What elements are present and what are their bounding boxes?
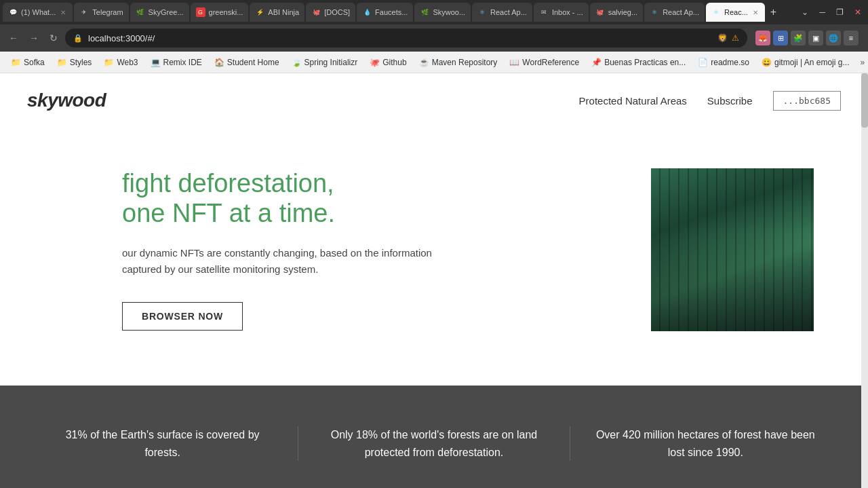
bookmark-label: Spring Initializr bbox=[304, 58, 358, 67]
new-tab-button[interactable]: + bbox=[766, 6, 781, 18]
bookmark-icon: 💻 bbox=[151, 58, 161, 67]
bookmark-student-home[interactable]: 🏠 Student Home bbox=[209, 56, 285, 69]
tab-favicon-11: 🐙 bbox=[595, 7, 605, 17]
tab-favicon-8: 🌿 bbox=[420, 7, 429, 17]
nav-subscribe[interactable]: Subscribe bbox=[707, 95, 753, 107]
tab-favicon-6: 🐙 bbox=[311, 7, 321, 17]
tab-1[interactable]: 💬 (1) What... ✕ bbox=[3, 3, 73, 22]
tab-label-10: Inbox - ... bbox=[552, 8, 583, 16]
bookmark-web3[interactable]: 📁 Web3 bbox=[98, 56, 143, 69]
tab-10[interactable]: ✉ Inbox - ... bbox=[534, 3, 589, 22]
tab-2[interactable]: ✈ Telegram bbox=[74, 3, 128, 22]
tab-12[interactable]: ⚛ React Ap... bbox=[644, 3, 705, 22]
close-window-button[interactable]: ✕ bbox=[850, 6, 865, 18]
tab-favicon-3: 🌿 bbox=[136, 7, 145, 17]
tab-bar: 💬 (1) What... ✕ ✈ Telegram 🌿 SkyGree... … bbox=[0, 0, 868, 24]
tab-label-8: Skywoo... bbox=[433, 8, 465, 16]
tab-close-13[interactable]: ✕ bbox=[751, 8, 760, 17]
tab-favicon-13: ⚛ bbox=[711, 7, 721, 17]
tab-8[interactable]: 🌿 Skywoo... bbox=[414, 3, 471, 22]
tab-13-active[interactable]: ⚛ Reac... ✕ bbox=[706, 3, 765, 22]
browser-menu-button[interactable]: ≡ bbox=[844, 31, 859, 45]
tab-close-1[interactable]: ✕ bbox=[59, 8, 67, 17]
bookmark-gitmoji[interactable]: 😀 gitmoji | An emoji g... bbox=[756, 56, 855, 69]
tab-favicon-5: ⚡ bbox=[255, 7, 264, 17]
tab-favicon-2: ✈ bbox=[79, 7, 89, 17]
bookmark-readme[interactable]: 📄 readme.so bbox=[692, 56, 755, 69]
address-bar[interactable]: 🔒 localhost:3000/#/ 🦁 ⚠ bbox=[65, 29, 747, 48]
brave-shield-icon[interactable]: 🦁 bbox=[717, 33, 728, 43]
bookmark-buenas[interactable]: 📌 Buenas Practicas en... bbox=[586, 56, 691, 69]
hero-image-area bbox=[475, 168, 841, 331]
bookmark-remix[interactable]: 💻 Remix IDE bbox=[145, 56, 208, 69]
bookmark-label: gitmoji | An emoji g... bbox=[774, 58, 850, 67]
bookmark-icon: 📖 bbox=[509, 58, 519, 67]
bookmark-spring[interactable]: 🍃 Spring Initializr bbox=[286, 56, 363, 69]
bookmark-label: Student Home bbox=[227, 58, 279, 67]
scrollbar-track[interactable] bbox=[861, 73, 868, 488]
bookmark-icon: 📄 bbox=[698, 58, 708, 67]
scrollbar-thumb[interactable] bbox=[861, 73, 868, 128]
bookmark-maven[interactable]: ☕ Maven Repository bbox=[414, 56, 503, 69]
tab-6[interactable]: 🐙 [DOCS] bbox=[306, 3, 355, 22]
stat-item-1: 31% of the Earth's surface is covered by… bbox=[27, 426, 298, 461]
reload-button[interactable]: ↻ bbox=[46, 30, 61, 46]
bookmark-label: Styles bbox=[70, 58, 92, 67]
bookmark-icon: 🍃 bbox=[292, 58, 302, 67]
bookmarks-bar: 📁 Sofka 📁 Styles 📁 Web3 💻 Remix IDE 🏠 St… bbox=[0, 52, 868, 73]
hero-headline-line2: one NFT at a time. bbox=[122, 199, 335, 227]
tab-label-13: Reac... bbox=[724, 8, 748, 16]
browser-now-button[interactable]: BROWSER NOW bbox=[122, 302, 243, 331]
bookmark-label: Buenas Practicas en... bbox=[604, 58, 686, 67]
bookmark-styles[interactable]: 📁 Styles bbox=[52, 56, 98, 69]
bookmark-wordref[interactable]: 📖 WordReference bbox=[504, 56, 585, 69]
hero-body-text: our dynamic NFTs are constantly changing… bbox=[122, 245, 434, 278]
tab-3[interactable]: 🌿 SkyGree... bbox=[130, 3, 189, 22]
bookmarks-more[interactable]: » bbox=[856, 56, 868, 69]
maximize-button[interactable]: ❐ bbox=[832, 6, 848, 18]
browser-window: 💬 (1) What... ✕ ✈ Telegram 🌿 SkyGree... … bbox=[0, 0, 868, 488]
ext-icon-1[interactable]: 🦊 bbox=[755, 31, 770, 45]
tab-list-button[interactable]: ⌄ bbox=[797, 6, 812, 18]
hero-forest-image bbox=[651, 168, 814, 331]
hero-headline: fight deforestation, one NFT at a time. bbox=[122, 169, 434, 228]
bookmark-icon: ☕ bbox=[419, 58, 429, 67]
tab-favicon-10: ✉ bbox=[539, 7, 549, 17]
address-bar-row: ← → ↻ 🔒 localhost:3000/#/ 🦁 ⚠ 🦊 ⊞ 🧩 ▣ 🌐 … bbox=[0, 24, 868, 52]
tab-9[interactable]: ⚛ React Ap... bbox=[472, 3, 532, 22]
forward-button[interactable]: → bbox=[26, 30, 42, 46]
tab-favicon-12: ⚛ bbox=[650, 7, 659, 17]
stat-text-2: Only 18% of the world's forests are on l… bbox=[319, 426, 549, 461]
bookmark-github[interactable]: 🐙 Github bbox=[364, 56, 412, 69]
hero-section: fight deforestation, one NFT at a time. … bbox=[0, 128, 868, 386]
bookmark-label: Sofka bbox=[24, 58, 45, 67]
lock-icon: 🔒 bbox=[73, 34, 83, 43]
back-button[interactable]: ← bbox=[5, 30, 22, 46]
tab-label-12: React Ap... bbox=[663, 8, 699, 16]
tab-label-6: [DOCS] bbox=[324, 8, 350, 16]
bookmark-icon: 😀 bbox=[762, 58, 772, 67]
site-logo[interactable]: skywood bbox=[27, 90, 106, 111]
nav-links: Protected Natural Areas Subscribe ...bbc… bbox=[579, 91, 841, 111]
ext-icon-3[interactable]: 🧩 bbox=[791, 31, 806, 45]
bookmark-sofka[interactable]: 📁 Sofka bbox=[5, 56, 50, 69]
tab-label-7: Faucets... bbox=[375, 8, 408, 16]
minimize-button[interactable]: ─ bbox=[815, 6, 829, 18]
bookmark-label: WordReference bbox=[522, 58, 579, 67]
tab-11[interactable]: 🐙 salvieg... bbox=[590, 3, 643, 22]
window-controls: ⌄ ─ ❐ ✕ bbox=[797, 6, 865, 18]
tab-favicon-1: 💬 bbox=[8, 7, 18, 17]
stat-text-3: Over 420 million hectares of forest have… bbox=[591, 426, 821, 461]
nav-wallet-button[interactable]: ...bbc685 bbox=[773, 91, 841, 111]
nav-protected-areas[interactable]: Protected Natural Areas bbox=[579, 95, 687, 107]
rewards-icon[interactable]: ⚠ bbox=[732, 33, 739, 43]
tab-7[interactable]: 💧 Faucets... bbox=[357, 3, 413, 22]
sidebar-toggle[interactable]: ▣ bbox=[808, 31, 823, 45]
tab-5[interactable]: ⚡ ABI Ninja bbox=[250, 3, 304, 22]
tab-label-11: salvieg... bbox=[608, 8, 637, 16]
ext-icon-2[interactable]: ⊞ bbox=[773, 31, 788, 45]
ext-icon-4[interactable]: 🌐 bbox=[826, 31, 841, 45]
site-navbar: skywood Protected Natural Areas Subscrib… bbox=[0, 73, 868, 128]
stat-text-1: 31% of the Earth's surface is covered by… bbox=[47, 426, 277, 461]
tab-4[interactable]: G greenski... bbox=[191, 3, 249, 22]
